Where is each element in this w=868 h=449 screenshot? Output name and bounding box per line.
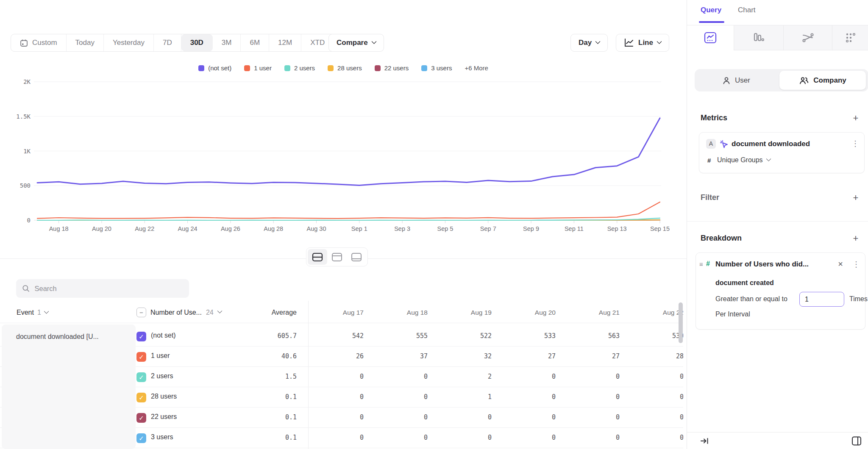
date-column-header: Aug 22 <box>628 309 683 316</box>
range-label: Yesterday <box>113 39 145 47</box>
metric-card[interactable]: A document downloaded ⋮ # Unique Groups <box>699 132 865 173</box>
table-header-row: Event 1 − Number of Use... 24 Average Au… <box>0 305 683 323</box>
interval-dropdown[interactable]: Day <box>570 34 608 52</box>
cell-value: 1 <box>436 393 492 401</box>
cell-value: 533 <box>500 332 556 340</box>
check-icon: ✓ <box>139 414 144 422</box>
select-all-checkbox[interactable]: − <box>136 308 146 317</box>
main-pane: Custom Today Yesterday 7D 30D 3M 6M 12M … <box>0 0 687 449</box>
row-checkbox[interactable]: ✓ <box>136 433 146 443</box>
cell-value: 2 <box>436 373 492 380</box>
range-7d[interactable]: 7D <box>154 34 181 51</box>
calendar-icon <box>20 39 28 47</box>
cell-value: 26 <box>308 352 364 360</box>
metric-event-name[interactable]: document downloaded <box>732 140 810 148</box>
chart-type-grid-button[interactable] <box>832 25 868 50</box>
chart-type-dropdown[interactable]: Line <box>616 34 669 52</box>
split-view-icon <box>312 252 323 262</box>
table-search[interactable] <box>16 279 189 298</box>
date-column-header: Aug 20 <box>500 309 556 316</box>
active-tab-indicator <box>699 21 724 23</box>
breakdown-card[interactable]: ≡ # Number of Users who did... × ⋮ docum… <box>696 252 865 330</box>
row-checkbox[interactable]: ✓ <box>136 413 146 423</box>
x-axis-label: Sep 3 <box>394 225 410 232</box>
chart-type-flow-button[interactable] <box>783 25 832 50</box>
layout-split-button[interactable] <box>308 249 327 265</box>
layout-table-only-button[interactable] <box>347 249 366 265</box>
breakdown-value-input[interactable] <box>799 292 844 307</box>
measure-label: Unique Groups <box>717 156 763 164</box>
line-chart-icon <box>704 32 717 44</box>
table-scrollbar[interactable] <box>679 302 683 343</box>
cell-value: 0 <box>436 413 492 421</box>
cell-value: 542 <box>308 332 364 340</box>
search-input[interactable] <box>34 285 183 293</box>
range-label: XTD <box>310 39 325 47</box>
row-checkbox[interactable]: ✓ <box>136 372 146 382</box>
tab-chart[interactable]: Chart <box>738 6 756 14</box>
chart-type-bar-button[interactable] <box>734 25 783 50</box>
add-breakdown-button[interactable]: + <box>850 233 861 244</box>
top-panel-icon <box>331 252 342 262</box>
y-axis-label: 2K <box>23 78 31 85</box>
metric-badge: A <box>706 139 716 149</box>
cell-value: 28 <box>628 352 683 360</box>
breakdown-menu-button[interactable]: ⋮ <box>852 260 860 269</box>
chart-type-line-button[interactable] <box>687 25 734 50</box>
cell-value: 0 <box>500 413 556 421</box>
entity-user-option[interactable]: User <box>695 76 778 85</box>
range-3m[interactable]: 3M <box>213 34 241 51</box>
average-value: 40.6 <box>237 352 297 360</box>
range-today[interactable]: Today <box>67 34 104 51</box>
y-axis-label: 500 <box>20 182 31 189</box>
row-checkbox[interactable]: ✓ <box>136 393 146 402</box>
x-axis-label: Aug 22 <box>135 225 154 232</box>
cell-value: 0 <box>372 434 428 441</box>
y-axis-label: 0 <box>27 217 31 224</box>
chevron-down-icon <box>766 156 771 161</box>
metric-menu-button[interactable]: ⋮ <box>851 139 859 148</box>
x-axis-label: Sep 1 <box>351 225 367 232</box>
row-checkbox[interactable]: ✓ <box>136 332 146 341</box>
range-30d[interactable]: 30D <box>181 34 213 51</box>
cell-value: 0 <box>564 393 620 401</box>
tab-query[interactable]: Query <box>701 6 721 14</box>
row-checkbox[interactable]: ✓ <box>136 352 146 362</box>
filter-section-title: Filter <box>701 193 719 202</box>
measure-dropdown[interactable]: Unique Groups <box>717 156 771 164</box>
panel-layout-icon[interactable] <box>851 435 862 446</box>
range-6m[interactable]: 6M <box>241 34 269 51</box>
query-panel: Query Chart <box>687 0 868 449</box>
cell-value: 0 <box>628 373 683 380</box>
breakdown-section-title: Breakdown <box>701 234 742 243</box>
event-header-label: Event <box>17 309 34 316</box>
range-custom[interactable]: Custom <box>11 34 67 51</box>
remove-breakdown-button[interactable]: × <box>838 259 843 269</box>
line-chart[interactable]: 05001K1.5K2KAug 18Aug 20Aug 22Aug 24Aug … <box>0 59 687 233</box>
event-list-item[interactable]: document downloaded [U... <box>2 324 136 449</box>
series-line <box>37 118 660 186</box>
add-metric-button[interactable]: + <box>850 113 861 124</box>
add-filter-button[interactable]: + <box>850 192 861 203</box>
event-column-header[interactable]: Event 1 <box>17 309 48 316</box>
x-axis-label: Aug 24 <box>178 225 198 232</box>
breakdown-per-label[interactable]: Per Interval <box>715 310 750 318</box>
x-axis-label: Aug 18 <box>49 225 69 232</box>
entity-company-option[interactable]: Company <box>779 71 866 90</box>
breakdown-condition-label[interactable]: Greater than or equal to <box>715 295 787 303</box>
breakdown-property[interactable]: Number of Users who did... <box>715 260 809 269</box>
group-column-header[interactable]: − Number of Use... 24 <box>136 308 222 317</box>
date-column-header: Aug 17 <box>308 309 364 316</box>
collapse-panel-icon[interactable] <box>700 436 709 446</box>
hash-icon: # <box>707 157 711 164</box>
drag-handle-icon[interactable]: ≡ <box>699 261 703 268</box>
range-12m[interactable]: 12M <box>269 34 301 51</box>
breakdown-event-name[interactable]: document created <box>715 279 774 287</box>
cell-value: 32 <box>436 352 492 360</box>
check-icon: ✓ <box>139 394 144 402</box>
compare-label: Compare <box>337 39 368 47</box>
event-count: 1 <box>37 309 41 316</box>
layout-chart-only-button[interactable] <box>327 249 347 265</box>
range-yesterday[interactable]: Yesterday <box>104 34 154 51</box>
compare-button[interactable]: Compare <box>328 34 384 52</box>
